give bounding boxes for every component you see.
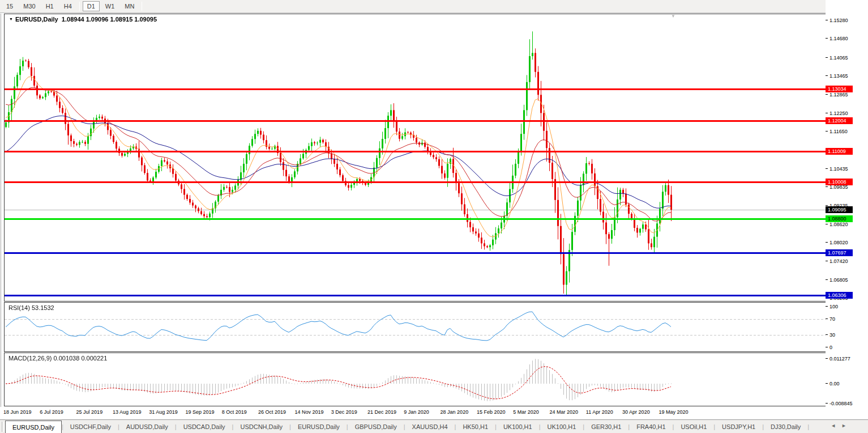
price-tick: 30	[826, 332, 835, 338]
tab-eurusd-daily[interactable]: EURUSD,Daily	[5, 421, 62, 433]
date-label: 3 Dec 2019	[331, 409, 357, 415]
tab-dj30-daily[interactable]: DJ30,Daily	[764, 420, 807, 433]
date-label: 19 Sep 2019	[186, 409, 215, 415]
price-tick: 70	[826, 316, 835, 322]
tab-separator: |	[807, 420, 809, 433]
chart-title: ▼EURUSD,Daily 1.08944 1.09096 1.08915 1.…	[9, 16, 157, 23]
price-tick: 1.13465	[826, 73, 848, 79]
tab-audusd-daily[interactable]: AUDUSD,Daily	[119, 420, 175, 433]
tab-xauusd-h4[interactable]: XAUUSD,H4	[405, 420, 455, 433]
date-axis[interactable]: 18 Jun 20196 Jul 201925 Jul 201913 Aug 2…	[0, 407, 868, 419]
tab-usoil-h1[interactable]: USOil,H1	[674, 420, 713, 433]
chart-tab-bar: EURUSD,Daily|USDCHF,Daily|AUDUSD,Daily|U…	[0, 419, 868, 433]
date-label: 6 Jul 2019	[40, 409, 63, 415]
macd-panel: MACD(12,26,9) 0.001038 0.000221	[4, 353, 826, 406]
tab-eurusd-daily[interactable]: EURUSD,Daily	[291, 420, 347, 433]
price-level-label: 1.07697	[826, 249, 853, 256]
toolbar-separator	[79, 2, 80, 11]
timeframe-m30[interactable]: M30	[19, 1, 40, 11]
date-label: 19 May 2020	[659, 409, 688, 415]
main-chart-canvas[interactable]	[5, 14, 826, 301]
date-label: 31 Aug 2019	[149, 409, 178, 415]
date-label: 15 Feb 2020	[477, 409, 506, 415]
timeframe-w1[interactable]: W1	[101, 1, 119, 11]
price-level-label: 1.08800	[826, 215, 853, 222]
price-tick: 1.08620	[826, 222, 848, 227]
price-level-label: 1.11009	[826, 148, 853, 155]
price-axis[interactable]: 1.152801.146801.140651.134651.128651.122…	[826, 0, 868, 419]
date-label: 13 Aug 2019	[113, 409, 142, 415]
tab-fra40-h1[interactable]: FRA40,H1	[630, 420, 672, 433]
price-tick: 1.15280	[826, 18, 848, 23]
price-tick: -0.008845	[826, 401, 853, 406]
macd-canvas[interactable]	[5, 353, 826, 406]
chart-dropdown-icon[interactable]: ▼	[9, 17, 13, 21]
price-tick: 1.14065	[826, 55, 848, 61]
rsi-label: RSI(14) 53.1532	[8, 304, 54, 311]
date-label: 8 Oct 2019	[222, 409, 247, 415]
price-level-label: 1.06306	[826, 292, 853, 299]
chart-title-symbol: EURUSD,Daily	[15, 16, 58, 23]
price-tick: 1.12250	[826, 111, 848, 116]
main-chart-panel: ▼EURUSD,Daily 1.08944 1.09096 1.08915 1.…	[4, 14, 826, 302]
price-tick: 1.11650	[826, 129, 848, 134]
tab-gbpusd-daily[interactable]: GBPUSD,Daily	[348, 420, 404, 433]
price-tick: 1.14680	[826, 36, 848, 41]
tab-usdchf-daily[interactable]: USDCHF,Daily	[63, 420, 118, 433]
price-tick: 100	[826, 304, 838, 309]
tab-hk50-h1[interactable]: HK50,H1	[456, 420, 495, 433]
price-tick: 1.10435	[826, 166, 848, 172]
timeframe-toolbar: 15M30H1H4D1W1MN	[0, 0, 868, 13]
timeframe-d1[interactable]: D1	[83, 1, 100, 11]
date-label: 26 Oct 2019	[258, 409, 286, 415]
price-level-label: 1.10008	[826, 179, 853, 185]
date-label: 18 Jun 2019	[3, 409, 32, 415]
price-tick: 1.08020	[826, 240, 848, 245]
date-label: 5 Mar 2020	[513, 409, 539, 415]
price-tick: 1.07420	[826, 258, 848, 264]
date-label: 14 Nov 2019	[294, 409, 323, 415]
tab-usdjpy-h1[interactable]: USDJPY,H1	[715, 420, 762, 433]
tab-uk100-h1[interactable]: UK100,H1	[497, 420, 539, 433]
price-tick: 0	[826, 345, 832, 350]
tab-usdcnh-daily[interactable]: USDCNH,Daily	[233, 420, 289, 433]
timeframe-h4[interactable]: H4	[59, 1, 76, 11]
price-tick: 0.011277	[826, 356, 850, 362]
tabbar-grip[interactable]	[2, 422, 4, 432]
tab-uk100-h1[interactable]: UK100,H1	[541, 420, 583, 433]
price-level-label: 1.12004	[826, 117, 853, 124]
timeframe-15[interactable]: 15	[2, 1, 18, 11]
timeframe-mn[interactable]: MN	[120, 1, 139, 11]
window-frame-left	[1, 14, 1, 419]
timeframe-h1[interactable]: H1	[41, 1, 58, 11]
price-tick: 0.00	[826, 381, 840, 387]
current-price-label: 1.09095	[826, 206, 853, 213]
price-level-label: 1.13034	[826, 86, 853, 92]
date-label: 11 Apr 2020	[586, 409, 613, 415]
price-tick: 1.12865	[826, 92, 848, 97]
date-label: 30 Apr 2020	[622, 409, 650, 415]
chart-shift-marker-icon[interactable]: ▼	[671, 14, 675, 19]
tab-usdcad-daily[interactable]: USDCAD,Daily	[177, 420, 232, 433]
date-label: 9 Jan 2020	[404, 409, 429, 415]
price-tick: 1.06805	[826, 277, 848, 283]
date-label: 28 Jan 2020	[441, 409, 469, 415]
rsi-panel: RSI(14) 53.1532	[4, 302, 826, 352]
rsi-canvas[interactable]	[5, 303, 826, 351]
date-label: 25 Jul 2019	[76, 409, 103, 415]
date-label: 24 Mar 2020	[550, 409, 579, 415]
macd-label: MACD(12,26,9) 0.001038 0.000221	[8, 355, 107, 362]
tab-ger30-h1[interactable]: GER30,H1	[584, 420, 628, 433]
mt4-window: 15M30H1H4D1W1MN ▼EURUSD,Daily 1.08944 1.…	[0, 0, 868, 433]
tab-scroll-arrows[interactable]: ◄►	[831, 423, 852, 428]
toolbar-separator	[142, 2, 142, 11]
chart-title-ohlc: 1.08944 1.09096 1.08915 1.09095	[62, 16, 157, 23]
date-label: 21 Dec 2019	[367, 409, 396, 415]
